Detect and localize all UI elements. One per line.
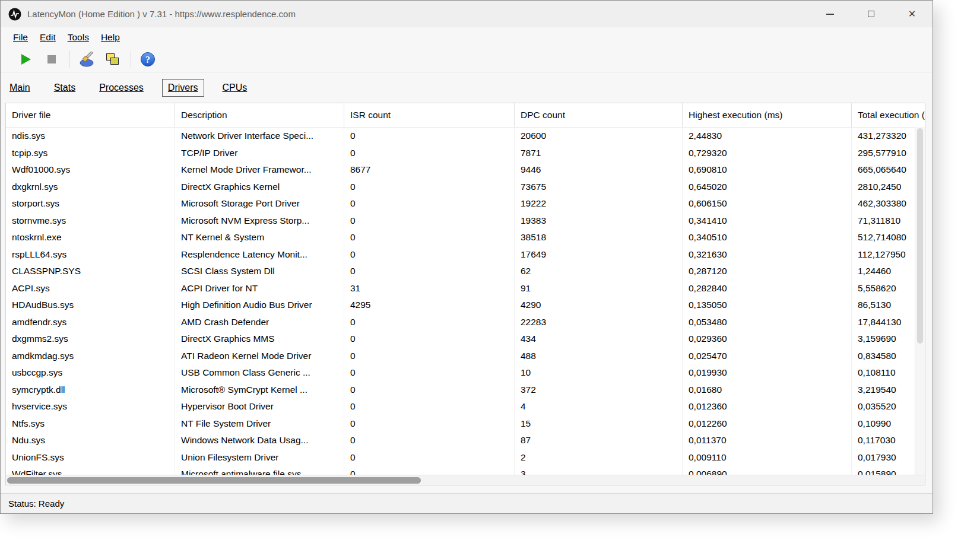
cell-col4: 0,025470: [683, 348, 852, 365]
table-row[interactable]: UnionFS.sysUnion Filesystem Driver020,00…: [6, 449, 925, 466]
table-row[interactable]: tcpip.sysTCP/IP Driver078710,729320295,5…: [6, 145, 925, 162]
cell-col5: 0,117030: [852, 432, 925, 449]
cell-col0: Wdf01000.sys: [6, 161, 175, 179]
table-row[interactable]: storport.sysMicrosoft Storage Port Drive…: [6, 195, 925, 212]
cell-col5: 2810,2450: [852, 179, 925, 196]
tab-main[interactable]: Main: [8, 80, 31, 96]
menu-item-tools[interactable]: Tools: [62, 32, 95, 43]
column-header-1[interactable]: Description: [175, 103, 344, 127]
table-row[interactable]: amdfendr.sysAMD Crash Defender0222830,05…: [6, 314, 925, 331]
cell-col4: 0,012360: [683, 398, 852, 415]
cell-col5: 295,577910: [852, 145, 925, 162]
table-row[interactable]: symcryptk.dllMicrosoft® SymCrypt Kernel …: [6, 382, 925, 399]
close-button[interactable]: ✕: [892, 1, 933, 27]
table-body: ndis.sysNetwork Driver Interface Speci..…: [6, 128, 925, 477]
start-monitor-button[interactable]: [16, 50, 35, 69]
table-row[interactable]: ntoskrnl.exeNT Kernel & System0385180,34…: [6, 229, 925, 246]
cell-col1: Windows Network Data Usag...: [175, 432, 344, 449]
table-row[interactable]: HDAudBus.sysHigh Definition Audio Bus Dr…: [6, 297, 925, 314]
cell-col4: 0,287120: [683, 263, 852, 280]
cell-col3: 488: [515, 348, 683, 365]
table-row[interactable]: CLASSPNP.SYSSCSI Class System Dll0620,28…: [6, 263, 925, 280]
cell-col3: 73675: [515, 179, 683, 196]
app-logo-icon: [8, 8, 21, 21]
cell-col3: 4: [515, 398, 683, 415]
table-row[interactable]: Wdf01000.sysKernel Mode Driver Framewor.…: [6, 161, 925, 179]
table-row[interactable]: amdkmdag.sysATI Radeon Kernel Mode Drive…: [6, 348, 925, 365]
play-icon: [18, 52, 33, 66]
cell-col1: DirectX Graphics MMS: [175, 331, 344, 348]
cell-col2: 0: [344, 348, 515, 365]
cell-col2: 0: [344, 314, 515, 331]
cell-col1: NT File System Driver: [175, 415, 344, 433]
status-text: Status: Ready: [8, 498, 64, 509]
cell-col4: 0,053480: [683, 314, 852, 331]
cell-col1: Union Filesystem Driver: [175, 449, 344, 466]
cell-col3: 2: [515, 449, 683, 466]
cell-col2: 0: [344, 179, 515, 196]
table-row[interactable]: Ndu.sysWindows Network Data Usag...0870,…: [6, 432, 925, 449]
minimize-button[interactable]: [810, 1, 851, 27]
options-button[interactable]: [77, 50, 96, 69]
table-row[interactable]: Ntfs.sysNT File System Driver0150,012260…: [6, 415, 925, 433]
vertical-scrollbar-thumb[interactable]: [917, 128, 923, 344]
table-row[interactable]: hvservice.sysHypervisor Boot Driver040,0…: [6, 398, 925, 415]
column-header-5[interactable]: Total execution (ms): [852, 103, 925, 127]
column-header-4[interactable]: Highest execution (ms): [683, 103, 852, 127]
cell-col4: 0,341410: [683, 212, 852, 230]
cell-col3: 22283: [515, 314, 683, 331]
cell-col2: 0: [344, 415, 515, 433]
stop-monitor-button[interactable]: [42, 50, 61, 69]
table-header: Driver fileDescriptionISR countDPC count…: [6, 103, 925, 128]
cell-col3: 372: [515, 382, 683, 399]
cell-col2: 0: [344, 398, 515, 415]
tab-cpus[interactable]: CPUs: [221, 80, 249, 96]
column-header-3[interactable]: DPC count: [515, 103, 683, 127]
table-row[interactable]: ndis.sysNetwork Driver Interface Speci..…: [6, 128, 925, 145]
cell-col0: dxgkrnl.sys: [6, 179, 175, 196]
cell-col2: 0: [344, 331, 515, 348]
cell-col3: 19222: [515, 195, 683, 212]
cell-col0: Ntfs.sys: [6, 415, 175, 433]
tools-icon: [78, 52, 95, 68]
maximize-button[interactable]: [851, 1, 892, 27]
table-row[interactable]: stornvme.sysMicrosoft NVM Express Storp.…: [6, 212, 925, 230]
horizontal-scrollbar-thumb[interactable]: [7, 477, 421, 484]
menu-item-help[interactable]: Help: [95, 32, 126, 43]
cell-col5: 462,303380: [852, 195, 925, 212]
cell-col0: stornvme.sys: [6, 212, 175, 230]
cell-col4: 0,029360: [683, 331, 852, 348]
cell-col5: 86,5130: [852, 297, 925, 314]
tab-drivers[interactable]: Drivers: [162, 79, 204, 97]
windows-button[interactable]: [103, 50, 122, 69]
cell-col3: 4290: [515, 297, 683, 314]
stop-icon: [45, 52, 59, 66]
cell-col0: Ndu.sys: [6, 432, 175, 449]
cell-col3: 17649: [515, 246, 683, 263]
table-row[interactable]: rspLLL64.sysResplendence Latency Monit..…: [6, 246, 925, 263]
tab-processes[interactable]: Processes: [98, 80, 145, 96]
help-icon: ?: [140, 52, 156, 67]
column-header-2[interactable]: ISR count: [344, 103, 515, 127]
cell-col0: UnionFS.sys: [6, 449, 175, 466]
cell-col4: 2,44830: [683, 128, 852, 145]
menu-item-file[interactable]: File: [7, 32, 34, 43]
cell-col2: 0: [344, 382, 515, 399]
cell-col2: 0: [344, 128, 515, 145]
menu-item-edit[interactable]: Edit: [34, 32, 62, 43]
horizontal-scrollbar[interactable]: [6, 475, 925, 485]
table-row[interactable]: usbccgp.sysUSB Common Class Generic ...0…: [6, 364, 925, 382]
cell-col1: ATI Radeon Kernel Mode Driver: [175, 348, 344, 365]
cell-col4: 0,321630: [683, 246, 852, 263]
cell-col1: Hypervisor Boot Driver: [175, 398, 344, 415]
minimize-icon: [826, 14, 834, 15]
table-row[interactable]: ACPI.sysACPI Driver for NT31910,2828405,…: [6, 280, 925, 297]
vertical-scrollbar[interactable]: [915, 127, 925, 475]
tab-stats[interactable]: Stats: [53, 80, 77, 96]
help-button[interactable]: ?: [138, 50, 157, 69]
table-row[interactable]: dxgkrnl.sysDirectX Graphics Kernel073675…: [6, 179, 925, 196]
column-header-0[interactable]: Driver file: [6, 103, 175, 127]
cell-col5: 512,714080: [852, 229, 925, 246]
svg-text:?: ?: [145, 55, 150, 65]
table-row[interactable]: dxgmms2.sysDirectX Graphics MMS04340,029…: [6, 331, 925, 348]
